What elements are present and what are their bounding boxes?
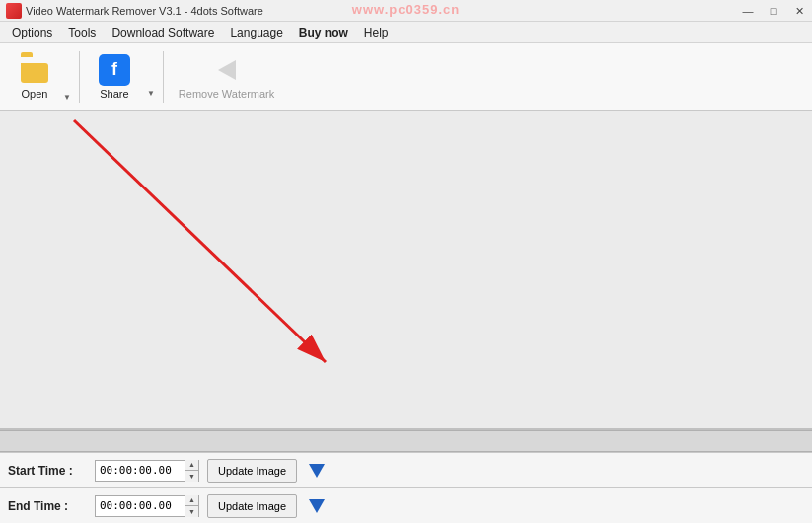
end-time-spinner[interactable]: ▲ ▼ xyxy=(185,495,198,517)
end-time-marker xyxy=(309,499,325,513)
menu-item-help[interactable]: Help xyxy=(356,22,397,43)
menu-item-options[interactable]: Options xyxy=(4,22,60,43)
app-title: Video Watermark Remover V3.1 - 4dots Sof… xyxy=(26,5,263,17)
end-time-label: End Time : xyxy=(8,499,87,513)
share-button[interactable]: f Share xyxy=(88,48,141,106)
open-button[interactable]: Open xyxy=(8,48,61,106)
share-icon: f xyxy=(99,54,130,86)
facebook-icon: f xyxy=(99,54,130,86)
app-icon xyxy=(6,3,22,19)
svg-line-1 xyxy=(74,120,326,362)
minimize-button[interactable]: — xyxy=(735,0,761,22)
end-time-spin-up[interactable]: ▲ xyxy=(185,495,198,507)
main-content-area xyxy=(0,111,812,436)
menu-item-tools[interactable]: Tools xyxy=(60,22,104,43)
start-time-spin-up[interactable]: ▲ xyxy=(185,460,198,472)
start-time-label: Start Time : xyxy=(8,464,87,478)
end-time-input-wrap: ▲ ▼ xyxy=(95,495,199,517)
close-button[interactable]: ✕ xyxy=(786,0,812,22)
bottom-panel: Start Time : ▲ ▼ Update Image End Time :… xyxy=(0,428,812,523)
annotation-arrow xyxy=(0,111,812,436)
open-icon xyxy=(19,54,50,86)
timeline-track[interactable] xyxy=(0,430,812,452)
menu-item-buynow[interactable]: Buy now xyxy=(291,22,356,43)
share-dropdown-arrow[interactable]: ▼ xyxy=(147,89,155,98)
open-dropdown-arrow[interactable]: ▼ xyxy=(63,93,71,102)
remove-watermark-label: Remove Watermark xyxy=(179,88,274,100)
menu-item-language[interactable]: Language xyxy=(222,22,290,43)
menu-item-download[interactable]: Download Software xyxy=(104,22,222,43)
open-label: Open xyxy=(22,88,48,100)
remove-watermark-button[interactable]: Remove Watermark xyxy=(172,48,281,106)
menu-bar: Options Tools Download Software Language… xyxy=(0,22,812,43)
toolbar-separator-2 xyxy=(163,51,164,103)
start-time-input-wrap: ▲ ▼ xyxy=(95,460,199,482)
start-time-spinner[interactable]: ▲ ▼ xyxy=(185,460,198,482)
end-time-row: End Time : ▲ ▼ Update Image xyxy=(0,487,812,523)
end-time-update-button[interactable]: Update Image xyxy=(207,494,297,518)
title-bar: Video Watermark Remover V3.1 - 4dots Sof… xyxy=(0,0,812,22)
start-time-input[interactable] xyxy=(96,461,185,481)
start-time-spin-down[interactable]: ▼ xyxy=(185,471,198,482)
start-time-row: Start Time : ▲ ▼ Update Image xyxy=(0,452,812,487)
open-group: Open ▼ xyxy=(8,48,71,106)
end-time-input[interactable] xyxy=(96,496,185,516)
window-controls: — □ ✕ xyxy=(735,0,812,22)
remove-watermark-icon xyxy=(211,54,243,86)
start-time-marker xyxy=(309,464,325,478)
end-time-spin-down[interactable]: ▼ xyxy=(185,506,198,517)
toolbar-separator-1 xyxy=(79,51,80,103)
toolbar: Open ▼ f Share ▼ Remove Watermark xyxy=(0,43,812,111)
start-time-update-button[interactable]: Update Image xyxy=(207,459,297,483)
share-label: Share xyxy=(100,88,128,100)
maximize-button[interactable]: □ xyxy=(761,0,786,22)
